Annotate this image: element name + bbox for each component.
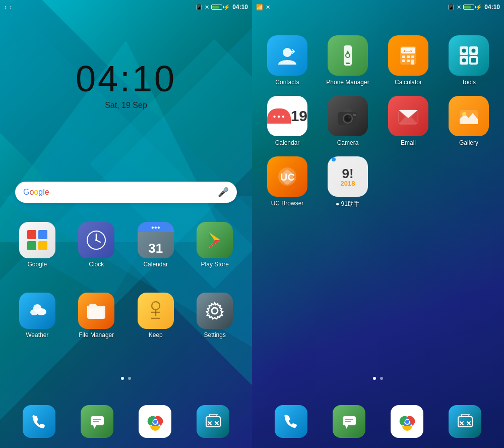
file-manager-label: File Manager [79,331,114,339]
right-battery: ⚡ [463,4,482,11]
clock-time: 04:10 [76,61,176,97]
apps-row2-grid: Weather File Manager Keep [0,293,252,339]
right-dot-1 [373,377,376,380]
app-item-file-manager[interactable]: File Manager [70,293,124,339]
right-app-gallery[interactable]: Gallery [444,96,494,146]
dock-right [252,405,504,438]
calculator-label: Calculator [395,79,422,86]
right-status-right: 📳 ✕ ⚡ 04:10 [448,4,500,11]
svg-rect-36 [402,60,405,62]
svg-rect-3 [38,241,47,250]
right-app-tools[interactable]: Tools [444,35,494,86]
clock-display: 04:10 Sat, 19 Sep [76,61,176,110]
app-item-calendar[interactable]: ●●● 31 Calendar [129,222,183,268]
right-signal-2: ✕ [266,4,270,11]
camera-icon [328,96,368,136]
app-item-play-store[interactable]: Play Store [188,222,242,268]
search-bar[interactable]: Google 🎤 [15,182,237,203]
right-dock-messages-icon [333,405,365,438]
mic-icon[interactable]: 🎤 [218,187,229,198]
svg-point-52 [348,117,350,119]
status-right-area: 📳 ✕ ⚡ 04:10 [196,4,248,11]
battery-indicator: ⚡ [211,4,230,11]
battery-fill [212,6,219,9]
app-item-google[interactable]: Google [10,222,65,268]
apps-row1-grid: Google Clock ●●● 31 [0,222,252,268]
tools-icon [449,35,489,76]
svg-text:UC: UC [280,172,295,183]
app-item-clock[interactable]: Clock [70,222,124,268]
svg-marker-21 [93,425,96,429]
gallery-label: Gallery [459,139,478,146]
svg-rect-0 [27,230,36,239]
right-dock-screenshot[interactable] [449,405,481,438]
phone-manager-icon [328,35,368,76]
svg-rect-53 [353,114,356,116]
gallery-icon [449,96,489,136]
svg-point-46 [462,59,466,63]
play-store-icon [197,222,233,258]
calculator-icon: +−÷× [388,35,428,76]
dot-2 [128,377,131,380]
calendar-right-icon: ● ● ● 19 [267,96,307,136]
right-dock-phone[interactable] [275,405,307,438]
dock-item-phone[interactable] [23,405,55,438]
right-app-contacts[interactable]: Contacts [262,35,312,86]
left-panel: ↕ ↕ 📳 ✕ ⚡ 04:10 04:10 Sat, 19 Sep Google… [0,0,252,448]
svg-point-28 [283,48,292,57]
dock-item-screenshot[interactable] [197,405,229,438]
right-app-calculator[interactable]: +−÷× Calculator [383,35,433,86]
left-status-bar: ↕ ↕ 📳 ✕ ⚡ 04:10 [0,0,252,14]
right-app-camera[interactable]: Camera [323,96,373,146]
search-input-wrapper[interactable]: Google 🎤 [15,182,237,203]
app-item-settings[interactable]: Settings [188,293,242,339]
page-dots-left [121,377,131,380]
email-label: Email [401,139,416,146]
camera-label: Camera [337,139,359,146]
svg-point-7 [95,239,97,241]
right-app-91[interactable]: 9! 2018 ● 91助手 [323,156,373,208]
clock-app-icon [78,222,114,258]
right-app-email[interactable]: Email [383,96,433,146]
dock-item-chrome[interactable] [139,405,171,438]
right-lightning: ⚡ [475,4,482,11]
svg-rect-47 [471,58,476,63]
email-icon [388,96,428,136]
91-label: ● 91助手 [336,200,360,208]
svg-rect-63 [343,416,356,425]
dock-chrome-icon [139,405,171,438]
right-app-calendar[interactable]: ● ● ● 19 Calendar [262,96,312,146]
svg-point-60 [462,112,466,116]
svg-rect-34 [407,55,410,58]
left-status-time: 04:10 [232,4,248,11]
app-item-weather[interactable]: Weather [10,293,65,339]
right-dock-messages[interactable] [333,405,365,438]
battery-bar [211,5,222,10]
keep-icon [138,293,174,329]
right-app-phone-manager[interactable]: Phone Manager [323,35,373,86]
right-app-uc-browser[interactable]: UC UC Browser [262,156,312,208]
right-battery-bar [463,5,474,10]
keep-label: Keep [149,331,163,339]
svg-rect-38 [411,60,414,65]
dock-item-messages[interactable] [81,405,113,438]
91-icon: 9! 2018 [328,156,368,197]
play-store-label: Play Store [201,261,229,268]
clock-label: Clock [89,261,104,268]
lightning-icon: ⚡ [223,4,230,11]
svg-point-69 [405,420,409,424]
dock-screenshot-icon [197,405,229,438]
svg-point-51 [345,116,350,121]
uc-browser-label: UC Browser [271,200,304,207]
x-icon: ✕ [205,4,209,11]
page-dots-right [373,377,383,380]
google-label: Google [27,261,47,268]
app-item-keep[interactable]: Keep [129,293,183,339]
notif-dot [332,157,336,161]
right-dock-screenshot-icon [449,405,481,438]
uc-browser-icon: UC [267,156,307,197]
status-left-icons: ↕ ↕ [4,4,12,10]
weather-icon [19,293,55,329]
right-dock-chrome[interactable] [391,405,423,438]
right-dot-2 [380,377,383,380]
